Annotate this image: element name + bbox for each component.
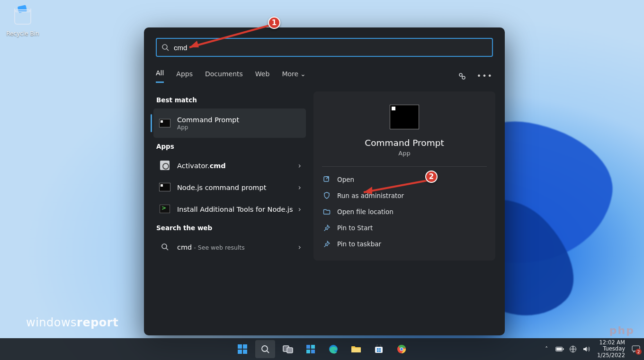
taskbar-center — [233, 340, 411, 358]
taskbar-chrome[interactable] — [392, 340, 411, 358]
svg-rect-31 — [379, 351, 381, 352]
svg-line-9 — [189, 25, 272, 47]
chevron-right-icon: › — [298, 205, 301, 214]
svg-point-3 — [462, 76, 465, 79]
svg-line-4 — [462, 76, 462, 76]
edge-icon — [328, 344, 339, 354]
shield-icon — [323, 192, 331, 199]
taskbar-taskview[interactable] — [278, 340, 298, 358]
svg-rect-26 — [351, 348, 361, 352]
annotation-badge-1: 1 — [268, 17, 280, 29]
section-best-match: Best match — [156, 96, 303, 104]
svg-line-6 — [166, 248, 168, 250]
tab-documents[interactable]: Documents — [205, 70, 243, 82]
folder-icon — [323, 208, 331, 216]
result-web-cmd[interactable]: cmd - See web results › — [153, 236, 306, 257]
recycle-bin[interactable]: Recycle Bin — [6, 5, 40, 37]
widgets-icon — [306, 344, 315, 354]
tab-more[interactable]: More⌄ — [282, 70, 305, 82]
separator — [322, 166, 487, 167]
search-icon — [260, 344, 270, 354]
search-icon — [159, 241, 170, 252]
task-view-icon — [283, 345, 293, 353]
svg-rect-29 — [379, 348, 381, 350]
watermark-php: php — [609, 324, 635, 336]
svg-line-11 — [364, 180, 430, 192]
folder-icon — [351, 345, 361, 353]
pin-icon — [323, 240, 331, 248]
svg-point-0 — [162, 45, 167, 49]
preview-command-prompt-icon — [390, 105, 419, 129]
chevron-right-icon: › — [298, 243, 301, 252]
more-options-icon[interactable]: ••• — [477, 72, 493, 81]
volume-icon[interactable] — [582, 345, 590, 353]
svg-rect-24 — [311, 350, 315, 353]
open-icon — [323, 176, 331, 183]
recycle-bin-label: Recycle Bin — [6, 30, 40, 37]
svg-rect-30 — [377, 351, 379, 352]
taskbar-clock[interactable]: 12:02 AM Tuesday 1/25/2022 — [597, 340, 625, 359]
svg-rect-13 — [238, 344, 242, 349]
tab-web[interactable]: Web — [255, 70, 270, 82]
chevron-right-icon: › — [298, 161, 301, 170]
action-pin-start[interactable]: Pin to Start — [313, 220, 495, 236]
result-nodejs-prompt[interactable]: Node.js command prompt › — [153, 177, 306, 198]
terminal-icon — [159, 181, 170, 193]
result-node-tools[interactable]: Install Additional Tools for Node.js › — [153, 198, 306, 219]
svg-rect-39 — [632, 346, 640, 351]
svg-point-17 — [262, 346, 268, 351]
chrome-icon — [397, 344, 406, 354]
desktop: Recycle Bin windowsreport php All Apps D… — [0, 0, 644, 360]
annotation-badge-2: 2 — [425, 171, 438, 183]
section-apps: Apps — [156, 143, 303, 150]
cmd-file-icon — [159, 160, 170, 171]
svg-rect-22 — [311, 345, 315, 349]
chevron-down-icon: ⌄ — [300, 70, 306, 78]
taskbar-store[interactable] — [369, 340, 389, 358]
svg-rect-23 — [306, 350, 310, 353]
svg-point-2 — [459, 73, 462, 76]
start-button[interactable] — [233, 340, 252, 358]
taskbar-edge[interactable] — [323, 340, 343, 358]
result-activator-cmd[interactable]: Activator.cmd › — [153, 155, 306, 176]
command-prompt-icon — [159, 117, 170, 129]
svg-rect-27 — [375, 347, 383, 353]
svg-rect-15 — [238, 350, 242, 354]
notifications-icon[interactable] — [632, 345, 640, 353]
taskbar-explorer[interactable] — [346, 340, 366, 358]
svg-rect-28 — [377, 348, 379, 350]
taskbar-widgets[interactable] — [301, 340, 321, 358]
watermark-windowsreport: windowsreport — [26, 316, 118, 329]
svg-line-1 — [167, 49, 169, 51]
result-best-match[interactable]: Command Prompt App — [153, 108, 306, 138]
pin-icon — [323, 224, 331, 232]
svg-rect-16 — [243, 350, 247, 354]
tab-apps[interactable]: Apps — [176, 70, 193, 82]
search-settings-icon[interactable] — [458, 72, 466, 81]
preview-title: Command Prompt — [313, 138, 495, 148]
svg-point-34 — [400, 348, 402, 350]
svg-point-5 — [162, 244, 167, 249]
section-search-web: Search the web — [156, 224, 303, 232]
battery-icon[interactable] — [555, 345, 564, 353]
node-tools-icon — [159, 203, 170, 215]
svg-rect-36 — [563, 348, 564, 350]
preview-subtitle: App — [313, 150, 495, 157]
search-filter-tabs: All Apps Documents Web More⌄ ••• — [156, 69, 493, 83]
network-icon[interactable] — [569, 345, 577, 353]
taskbar: ˄ 12:02 AM Tuesday 1/25/2022 — [0, 338, 644, 360]
recycle-bin-icon — [13, 9, 32, 29]
store-icon — [374, 344, 384, 354]
svg-rect-37 — [556, 348, 562, 351]
search-icon — [161, 44, 169, 51]
taskbar-search[interactable] — [255, 340, 275, 358]
tray-chevron-up-icon[interactable]: ˄ — [542, 345, 551, 353]
action-open-location[interactable]: Open file location — [313, 204, 495, 220]
tab-all[interactable]: All — [156, 69, 164, 83]
chevron-right-icon: › — [298, 183, 301, 192]
action-pin-taskbar[interactable]: Pin to taskbar — [313, 236, 495, 252]
start-search-panel: All Apps Documents Web More⌄ ••• Best ma… — [144, 27, 505, 335]
svg-line-8 — [326, 177, 329, 179]
svg-line-18 — [267, 351, 269, 353]
svg-rect-20 — [287, 348, 293, 353]
